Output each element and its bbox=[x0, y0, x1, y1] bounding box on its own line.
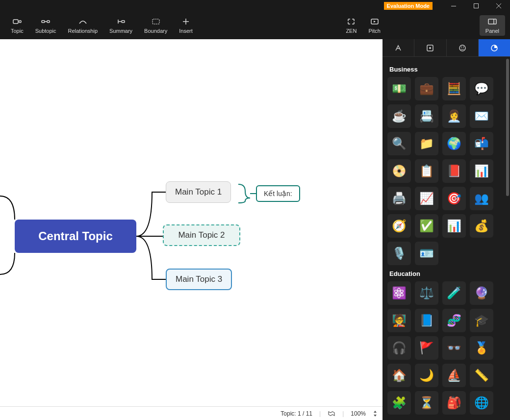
moon-icon[interactable]: 🌙 bbox=[415, 364, 438, 387]
boundary-label: Boundary bbox=[144, 28, 167, 34]
relationship-button[interactable]: Relationship bbox=[62, 15, 104, 36]
notepad-icon[interactable]: 📋 bbox=[415, 159, 438, 183]
scale-icon[interactable]: ⚖️ bbox=[415, 281, 438, 305]
envelope-icon[interactable]: ✉️ bbox=[470, 104, 493, 128]
panel-label: Panel bbox=[485, 28, 499, 34]
coins-icon[interactable]: 💰 bbox=[470, 214, 493, 238]
flask-icon[interactable]: 🧪 bbox=[442, 281, 466, 305]
summary-button[interactable]: Summary bbox=[103, 15, 138, 36]
zoom-level[interactable]: 100% bbox=[351, 410, 366, 417]
compass-icon[interactable]: 🧭 bbox=[387, 214, 411, 238]
boundary-button[interactable]: Boundary bbox=[138, 15, 173, 36]
svg-point-21 bbox=[463, 47, 464, 48]
textbook-icon[interactable]: 📘 bbox=[415, 309, 438, 332]
topic-icon bbox=[13, 17, 22, 26]
panel-tab-format[interactable] bbox=[382, 39, 414, 56]
toolbar: Topic Subtopic Relationship Summary Boun… bbox=[0, 12, 510, 39]
canvas[interactable]: Central Topic Main Topic 1 Main Topic 2 … bbox=[0, 39, 382, 420]
insert-button[interactable]: Insert bbox=[173, 15, 199, 36]
pitch-button[interactable]: Pitch bbox=[362, 15, 386, 36]
coffee-icon[interactable]: ☕ bbox=[387, 104, 411, 128]
zoom-stepper-icon[interactable] bbox=[373, 410, 378, 418]
topic-label: Topic bbox=[11, 28, 24, 34]
central-topic[interactable]: Central Topic bbox=[15, 220, 136, 253]
chart-search-icon[interactable]: 📈 bbox=[415, 187, 438, 210]
chalkboard-icon[interactable]: 🧑‍🏫 bbox=[387, 309, 411, 332]
record-icon[interactable]: 📀 bbox=[387, 159, 411, 183]
boundary-icon bbox=[152, 17, 160, 26]
summary-icon bbox=[117, 17, 126, 26]
support-icon[interactable]: 👩‍💼 bbox=[442, 104, 466, 128]
mic-icon[interactable]: 🎙️ bbox=[387, 242, 411, 265]
svg-rect-5 bbox=[19, 21, 21, 23]
sticker-grid: 💵💼🧮💬☕📇👩‍💼✉️🔍📁🌍📬📀📋📕📊🖨️📈🎯👥🧭✅📊💰🎙️🪪 bbox=[387, 77, 505, 265]
printer-icon[interactable]: 🖨️ bbox=[387, 187, 411, 210]
main-topic-3[interactable]: Main Topic 3 bbox=[166, 269, 232, 290]
panel-tabs bbox=[382, 39, 510, 57]
zen-label: ZEN bbox=[346, 28, 357, 34]
map-overview-icon[interactable] bbox=[328, 410, 335, 417]
contact-icon[interactable]: 📇 bbox=[415, 104, 438, 128]
money-icon[interactable]: 💵 bbox=[387, 77, 411, 100]
section-title: Education bbox=[389, 270, 505, 277]
subtopic-icon bbox=[41, 17, 50, 26]
minimize-button[interactable] bbox=[442, 0, 465, 12]
checklist-icon[interactable]: ✅ bbox=[415, 214, 438, 238]
team-icon[interactable]: 👥 bbox=[470, 187, 493, 210]
summary-node[interactable]: Kết luận: bbox=[256, 185, 300, 202]
boat-icon[interactable]: ⛵ bbox=[442, 364, 466, 387]
presentation-icon[interactable]: 📊 bbox=[470, 159, 493, 183]
panel-tab-emoji[interactable] bbox=[447, 39, 479, 56]
flag-icon[interactable]: 🚩 bbox=[415, 336, 438, 360]
scrollbar-thumb[interactable] bbox=[506, 59, 509, 196]
grad-cap-icon[interactable]: 🎓 bbox=[470, 309, 493, 332]
main-area: Central Topic Main Topic 1 Main Topic 2 … bbox=[0, 39, 510, 420]
main-topic-2[interactable]: Main Topic 2 bbox=[163, 224, 240, 246]
calculator-icon[interactable]: 🧮 bbox=[442, 77, 466, 100]
pendulum-icon[interactable]: 🔮 bbox=[470, 281, 493, 305]
svg-rect-10 bbox=[153, 19, 159, 24]
maximize-button[interactable] bbox=[465, 0, 487, 12]
status-bar: Topic: 1 / 11 | | 100% bbox=[0, 406, 382, 420]
panel-button[interactable]: Panel bbox=[480, 15, 505, 36]
speech-icon[interactable]: 💬 bbox=[470, 77, 493, 100]
relationship-icon bbox=[78, 17, 87, 26]
main-topic-1[interactable]: Main Topic 1 bbox=[166, 181, 231, 203]
zen-icon bbox=[347, 17, 355, 26]
svg-rect-1 bbox=[474, 4, 479, 8]
folder-icon[interactable]: 📁 bbox=[415, 132, 438, 155]
target-icon[interactable]: 🎯 bbox=[442, 187, 466, 210]
ruler-icon[interactable]: 📏 bbox=[470, 364, 493, 387]
zen-button[interactable]: ZEN bbox=[340, 15, 362, 36]
panel-tab-sticker[interactable] bbox=[479, 39, 510, 56]
insert-label: Insert bbox=[179, 28, 193, 34]
briefcase-icon[interactable]: 💼 bbox=[415, 77, 438, 100]
svg-rect-9 bbox=[122, 21, 125, 23]
svg-point-19 bbox=[459, 45, 465, 51]
doc-search-icon[interactable]: 🔍 bbox=[387, 132, 411, 155]
dna-icon[interactable]: 🧬 bbox=[442, 309, 466, 332]
house-icon[interactable]: 🏠 bbox=[387, 364, 411, 387]
svg-rect-14 bbox=[488, 19, 496, 24]
globe-icon[interactable]: 🌐 bbox=[470, 391, 493, 415]
topic-button[interactable]: Topic bbox=[5, 15, 29, 36]
bar-chart-icon[interactable]: 📊 bbox=[442, 214, 466, 238]
panel-body[interactable]: Business💵💼🧮💬☕📇👩‍💼✉️🔍📁🌍📬📀📋📕📊🖨️📈🎯👥🧭✅📊💰🎙️🪪E… bbox=[382, 57, 510, 420]
atom-icon[interactable]: ⚛️ bbox=[387, 281, 411, 305]
mailbox-icon[interactable]: 📬 bbox=[470, 132, 493, 155]
panel-icon bbox=[488, 17, 497, 26]
headphones-icon[interactable]: 🎧 bbox=[387, 336, 411, 360]
close-button[interactable] bbox=[487, 0, 510, 12]
puzzle-icon[interactable]: 🧩 bbox=[387, 391, 411, 415]
backpack-icon[interactable]: 🎒 bbox=[442, 391, 466, 415]
title-bar: Evaluation Mode bbox=[0, 0, 510, 12]
book-icon[interactable]: 📕 bbox=[442, 159, 466, 183]
subtopic-button[interactable]: Subtopic bbox=[29, 15, 62, 36]
id-card-icon[interactable]: 🪪 bbox=[415, 242, 438, 265]
svg-rect-8 bbox=[47, 21, 50, 23]
glasses-icon[interactable]: 👓 bbox=[442, 336, 466, 360]
globe-pin-icon[interactable]: 🌍 bbox=[442, 132, 466, 155]
medal-icon[interactable]: 🏅 bbox=[470, 336, 493, 360]
panel-tab-marker[interactable] bbox=[414, 39, 446, 56]
hourglass-icon[interactable]: ⏳ bbox=[415, 391, 438, 415]
